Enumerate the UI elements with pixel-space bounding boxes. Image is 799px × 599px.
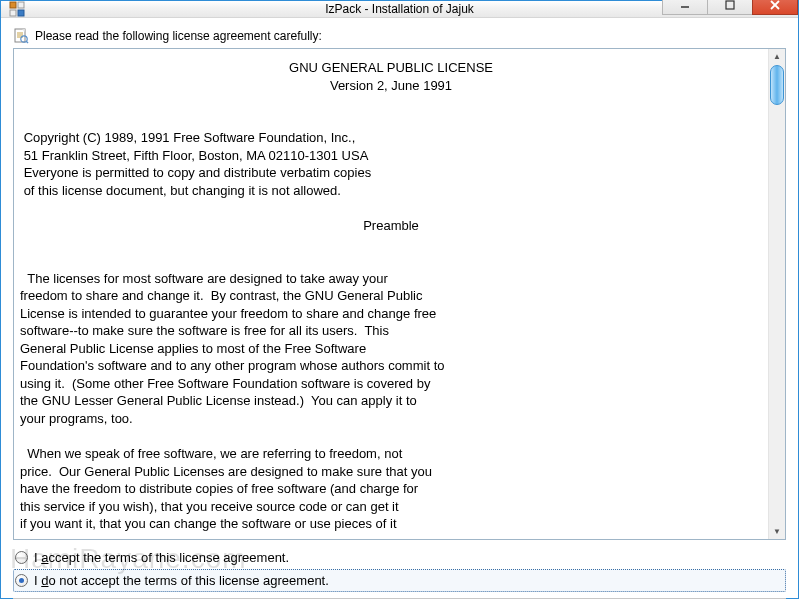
scroll-up-icon[interactable]: ▲ xyxy=(771,50,783,63)
close-icon xyxy=(770,0,780,10)
accept-post: ccept the terms of this license agreemen… xyxy=(48,550,289,565)
app-icon xyxy=(9,1,25,17)
reject-radio[interactable] xyxy=(15,574,28,587)
titlebar[interactable]: IzPack - Installation of Jajuk xyxy=(1,1,798,18)
content-area: Please read the following license agreem… xyxy=(1,18,798,599)
maximize-icon xyxy=(725,0,735,10)
license-preamble-title: Preamble xyxy=(20,217,762,235)
license-version: Version 2, June 1991 xyxy=(20,77,762,95)
instruction-row: Please read the following license agreem… xyxy=(13,28,786,44)
close-button[interactable] xyxy=(752,0,798,15)
window-controls xyxy=(663,0,798,15)
instruction-text: Please read the following license agreem… xyxy=(35,29,322,43)
license-radio-group: I accept the terms of this license agree… xyxy=(13,546,786,592)
scroll-down-icon[interactable]: ▼ xyxy=(771,525,783,538)
svg-rect-2 xyxy=(10,10,16,16)
radio-dot-icon xyxy=(19,578,24,583)
license-text[interactable]: GNU GENERAL PUBLIC LICENSEVersion 2, Jun… xyxy=(14,49,768,539)
scroll-thumb[interactable] xyxy=(770,65,784,105)
svg-rect-0 xyxy=(10,2,16,8)
license-copyright: Copyright (C) 1989, 1991 Free Software F… xyxy=(20,130,371,198)
license-box: GNU GENERAL PUBLIC LICENSEVersion 2, Jun… xyxy=(13,48,786,540)
license-body: The licenses for most software are desig… xyxy=(20,271,444,532)
scrollbar[interactable]: ▲ ▼ xyxy=(768,49,785,539)
reject-post: o not accept the terms of this license a… xyxy=(48,573,328,588)
minimize-button[interactable] xyxy=(662,0,708,15)
svg-line-14 xyxy=(26,41,28,43)
svg-rect-3 xyxy=(18,10,24,16)
minimize-icon xyxy=(680,0,690,10)
license-heading: GNU GENERAL PUBLIC LICENSE xyxy=(20,59,762,77)
document-icon xyxy=(13,28,29,44)
accept-radio-row[interactable]: I accept the terms of this license agree… xyxy=(13,546,786,569)
maximize-button[interactable] xyxy=(707,0,753,15)
accept-radio[interactable] xyxy=(15,551,28,564)
accept-radio-label: I accept the terms of this license agree… xyxy=(34,550,289,565)
svg-rect-5 xyxy=(726,1,734,9)
installer-window: IzPack - Installation of Jajuk xyxy=(0,0,799,599)
reject-radio-label: I do not accept the terms of this licens… xyxy=(34,573,329,588)
svg-rect-1 xyxy=(18,2,24,8)
reject-radio-row[interactable]: I do not accept the terms of this licens… xyxy=(13,569,786,592)
